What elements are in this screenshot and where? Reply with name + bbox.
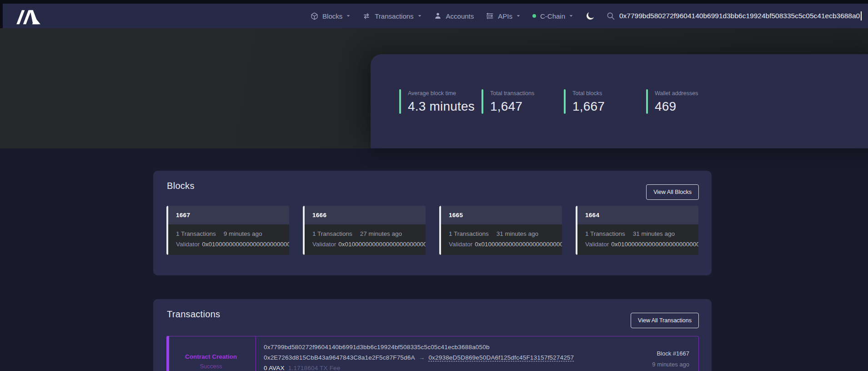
search-bar: 0x7799bd580272f9604140b6991d3bb6c19924bf… bbox=[606, 11, 868, 20]
theme-toggle[interactable] bbox=[585, 11, 595, 21]
block-card-accent-bar bbox=[303, 206, 305, 255]
stat-value: 469 bbox=[655, 99, 698, 114]
validator-label: Validator bbox=[176, 241, 200, 248]
avalanche-logo[interactable] bbox=[16, 7, 41, 25]
block-card-header: 1666 bbox=[303, 206, 426, 224]
chevron-down-icon bbox=[569, 14, 573, 18]
view-all-blocks-button[interactable]: View All Blocks bbox=[646, 184, 699, 200]
nav-menu: Blocks Transactions bbox=[311, 12, 573, 20]
validator-address[interactable]: 0x0100000000000000000000000... bbox=[338, 241, 426, 248]
navbar: Blocks Transactions bbox=[0, 4, 868, 28]
search-input[interactable]: 0x7799bd580272f9604140b6991d3bb6c19924bf… bbox=[619, 12, 860, 20]
tx-from-address[interactable]: 0x2E7263d815CbB43a9647843C8a1e2F5c87F75d… bbox=[264, 354, 415, 361]
block-card-accent-bar bbox=[576, 206, 577, 255]
moon-icon bbox=[585, 11, 595, 21]
block-card[interactable]: 1667 1 Transactions9 minutes ago Validat… bbox=[166, 206, 289, 255]
chevron-down-icon bbox=[516, 14, 521, 18]
tx-to-address[interactable]: 0x2938eD5D869e50DA6f125dfc45F13157f52742… bbox=[428, 354, 574, 361]
validator-label: Validator bbox=[585, 241, 609, 248]
stat-label: Average block time bbox=[408, 90, 475, 97]
block-card-body: 1 Transactions9 minutes ago Validator0x0… bbox=[166, 224, 289, 255]
tx-status: Success bbox=[200, 363, 222, 370]
transaction-row[interactable]: Contract Creation Success 0x7799bd580272… bbox=[166, 336, 699, 371]
stat-accent-bar bbox=[646, 89, 648, 114]
swap-arrows-icon bbox=[362, 12, 371, 20]
block-tx-count: 1 Transactions bbox=[449, 230, 489, 237]
block-card-header: 1665 bbox=[439, 206, 562, 224]
person-icon bbox=[434, 12, 442, 20]
block-card-accent-bar bbox=[439, 206, 441, 255]
nav-item-label: Accounts bbox=[446, 12, 474, 20]
stat-label: Total blocks bbox=[572, 90, 605, 97]
tx-block-link[interactable]: Block #1667 bbox=[652, 350, 689, 357]
validator-address[interactable]: 0x0100000000000000000000000... bbox=[475, 241, 562, 248]
tx-hash-link[interactable]: 0x7799bd580272f9604140b6991d3bb6c19924bf… bbox=[264, 344, 698, 351]
search-icon bbox=[606, 11, 615, 20]
stat-accent-bar bbox=[564, 89, 566, 114]
transaction-type-cell: Contract Creation Success bbox=[166, 336, 256, 371]
block-number[interactable]: 1666 bbox=[312, 212, 326, 219]
block-age: 31 minutes ago bbox=[497, 230, 538, 237]
window-left-edge bbox=[0, 4, 3, 28]
stat-value: 1,647 bbox=[490, 99, 534, 114]
validator-label: Validator bbox=[312, 241, 336, 248]
nav-item-c-chain[interactable]: C-Chain bbox=[532, 12, 573, 20]
stat-accent-bar bbox=[482, 89, 483, 114]
block-number[interactable]: 1667 bbox=[176, 212, 190, 219]
view-all-transactions-button[interactable]: View All Transactions bbox=[631, 313, 699, 328]
block-card-body: 1 Transactions31 minutes ago Validator0x… bbox=[576, 224, 698, 255]
block-card-header: 1664 bbox=[576, 206, 698, 224]
tx-arrow: → bbox=[419, 354, 425, 361]
validator-address[interactable]: 0x0100000000000000000000000... bbox=[611, 241, 698, 248]
validator-address[interactable]: 0x0100000000000000000000000... bbox=[202, 241, 289, 248]
block-age: 27 minutes ago bbox=[360, 230, 402, 237]
nav-item-label: Blocks bbox=[322, 12, 342, 20]
block-card-header: 1667 bbox=[166, 206, 289, 224]
stat-wallet-addresses: Wallet addresses 469 bbox=[646, 89, 728, 114]
block-card[interactable]: 1664 1 Transactions31 minutes ago Valida… bbox=[576, 206, 698, 255]
stat-accent-bar bbox=[399, 89, 401, 114]
block-cards: 1667 1 Transactions9 minutes ago Validat… bbox=[166, 206, 698, 255]
block-card[interactable]: 1666 1 Transactions27 minutes ago Valida… bbox=[303, 206, 426, 255]
stat-label: Total transactions bbox=[490, 90, 534, 97]
stat-value: 4.3 minutes bbox=[408, 99, 475, 114]
tx-type: Contract Creation bbox=[185, 353, 237, 360]
block-tx-count: 1 Transactions bbox=[585, 230, 625, 237]
tx-accent-bar bbox=[166, 336, 169, 371]
blocks-section: Blocks View All Blocks 1667 1 Transactio… bbox=[153, 171, 712, 275]
block-card-accent-bar bbox=[166, 206, 168, 255]
hero: Average block time 4.3 minutes Total tra… bbox=[0, 28, 868, 148]
chevron-down-icon bbox=[346, 14, 351, 18]
nav-item-transactions[interactable]: Transactions bbox=[362, 12, 421, 20]
cube-icon bbox=[311, 12, 318, 20]
tx-age: 9 minutes ago bbox=[652, 361, 689, 368]
blocks-section-title: Blocks bbox=[167, 181, 195, 191]
transactions-section: Transactions View All Transactions Contr… bbox=[153, 299, 712, 371]
page: Blocks Transactions bbox=[0, 0, 868, 371]
transactions-section-title: Transactions bbox=[167, 309, 220, 320]
avalanche-logo-icon bbox=[16, 7, 41, 25]
nav-item-apis[interactable]: APIs bbox=[486, 12, 521, 20]
stat-value: 1,667 bbox=[572, 99, 605, 114]
network-status-dot bbox=[532, 14, 536, 18]
window-top-edge bbox=[0, 0, 868, 4]
stat-total-transactions: Total transactions 1,647 bbox=[482, 89, 564, 114]
block-card-body: 1 Transactions27 minutes ago Validator0x… bbox=[303, 224, 426, 255]
nav-item-blocks[interactable]: Blocks bbox=[311, 12, 351, 20]
stat-total-blocks: Total blocks 1,667 bbox=[564, 89, 646, 114]
nav-item-accounts[interactable]: Accounts bbox=[434, 12, 474, 20]
text-caret bbox=[861, 11, 862, 20]
chevron-down-icon bbox=[417, 14, 422, 18]
stat-label: Wallet addresses bbox=[655, 90, 698, 97]
nav-item-label: C-Chain bbox=[540, 12, 565, 20]
block-age: 31 minutes ago bbox=[633, 230, 675, 237]
block-number[interactable]: 1664 bbox=[585, 212, 599, 219]
tx-amount: 0 AVAX bbox=[264, 365, 285, 371]
block-card[interactable]: 1665 1 Transactions31 minutes ago Valida… bbox=[439, 206, 562, 255]
block-number[interactable]: 1665 bbox=[449, 212, 463, 219]
tx-meta: Block #1667 9 minutes ago bbox=[652, 350, 689, 368]
block-card-body: 1 Transactions31 minutes ago Validator0x… bbox=[439, 224, 562, 255]
tx-fee: 1.1718604 TX Fee bbox=[288, 365, 341, 371]
block-age: 9 minutes ago bbox=[224, 230, 262, 237]
block-tx-count: 1 Transactions bbox=[312, 230, 352, 237]
